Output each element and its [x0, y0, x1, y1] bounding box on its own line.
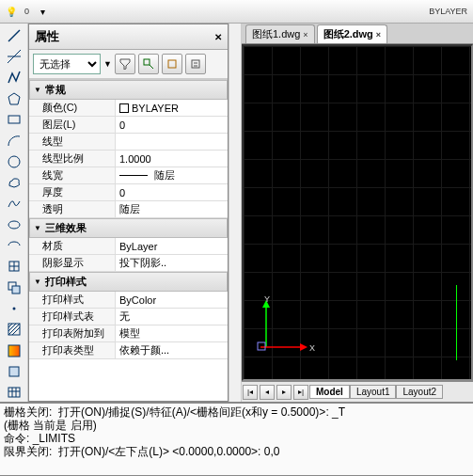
collapse-icon: ▼: [34, 86, 41, 94]
prop-lweight-label: 线宽: [29, 167, 116, 183]
svg-line-0: [8, 30, 20, 41]
layout-tabs-bar: |◂ ◂ ▸ ▸| Model Layout1 Layout2: [242, 381, 473, 402]
prop-color-label: 颜色(C): [29, 100, 116, 116]
color-swatch-icon: [119, 103, 129, 113]
svg-rect-20: [8, 388, 20, 397]
prop-plottype-label: 打印表类型: [29, 342, 116, 358]
model-tab[interactable]: Model: [309, 385, 350, 399]
prop-transparency-value[interactable]: 随层: [116, 201, 228, 217]
select-objects-icon[interactable]: [138, 54, 159, 74]
grid-overlay: [244, 46, 471, 379]
prop-plottype-value[interactable]: 依赖于颜...: [116, 342, 228, 358]
table-tool-icon[interactable]: [4, 384, 24, 402]
prop-layer-label: 图层(L): [29, 117, 116, 133]
ellipse-arc-icon[interactable]: [4, 236, 24, 254]
prop-lweight-value[interactable]: 随层: [116, 167, 228, 183]
close-tab-icon[interactable]: ×: [303, 30, 307, 40]
panel-close-icon[interactable]: ✕: [214, 32, 222, 42]
svg-rect-24: [144, 59, 150, 65]
properties-panel: 属性 ✕ 无选择 ▼ ▼常规 颜色(C)BYLAYER 图层(L)0 线型 线型…: [28, 24, 229, 402]
point-tool-icon[interactable]: [4, 299, 24, 317]
quick-select-icon[interactable]: [115, 54, 135, 74]
prop-material-value[interactable]: ByLayer: [116, 238, 228, 254]
circle-tool-icon[interactable]: [4, 152, 24, 170]
close-tab-icon[interactable]: ×: [376, 30, 381, 40]
toggle-pickadd-icon[interactable]: [162, 54, 182, 74]
selector-dropdown-icon[interactable]: ▼: [103, 59, 112, 69]
document-tabs: 图纸1.dwg× 图纸2.dwg×: [242, 24, 473, 44]
prop-shadow-value[interactable]: 投下阴影..: [116, 255, 228, 271]
command-history[interactable]: 栅格关闭: 打开(ON)/捕捉(S)/特征(A)/<栅格间距(x和y = 0.5…: [0, 402, 473, 475]
svg-rect-26: [192, 60, 199, 68]
prop-thickness-value[interactable]: 0: [116, 184, 228, 200]
svg-point-12: [12, 307, 15, 309]
prop-transparency-label: 透明: [29, 201, 116, 217]
section-plot[interactable]: ▼打印样式: [29, 272, 228, 292]
spline-tool-icon[interactable]: [4, 195, 24, 213]
y-axis-label: Y: [264, 294, 270, 304]
svg-line-17: [12, 327, 20, 335]
tab-nav-first-icon[interactable]: |◂: [243, 385, 258, 400]
svg-line-14: [8, 324, 12, 327]
rectangle-tool-icon[interactable]: [4, 110, 24, 128]
ucs-x-axis-icon: [260, 341, 307, 353]
prop-material-label: 材质: [29, 238, 116, 254]
prop-thickness-label: 厚度: [29, 184, 116, 200]
cmd-line: (栅格 当前是 启用): [4, 419, 469, 432]
tab-nav-last-icon[interactable]: ▸|: [293, 385, 308, 400]
ellipse-tool-icon[interactable]: [4, 215, 24, 233]
prop-plotstyle-value[interactable]: ByColor: [116, 292, 228, 308]
layout1-tab[interactable]: Layout1: [350, 385, 397, 399]
prop-linetype-label: 线型: [29, 134, 116, 150]
doc-tab-1[interactable]: 图纸1.dwg×: [245, 24, 315, 43]
prop-linetype-value[interactable]: [116, 134, 228, 150]
prop-color-value[interactable]: BYLAYER: [116, 100, 228, 116]
svg-rect-4: [8, 116, 20, 123]
dropdown-icon[interactable]: ▾: [35, 4, 50, 19]
selection-filter[interactable]: 无选择: [33, 54, 101, 74]
tab-nav-next-icon[interactable]: ▸: [276, 385, 292, 400]
construction-line-icon[interactable]: [4, 47, 24, 65]
prop-ltscale-value[interactable]: 1.0000: [116, 151, 228, 167]
doc-tab-2[interactable]: 图纸2.dwg×: [317, 24, 387, 43]
arc-tool-icon[interactable]: [4, 132, 24, 150]
properties-list[interactable]: ▼常规 颜色(C)BYLAYER 图层(L)0 线型 线型比例1.0000 线宽…: [29, 79, 228, 401]
svg-point-6: [8, 221, 20, 229]
prop-ltscale-label: 线型比例: [29, 151, 116, 167]
panel-options-icon[interactable]: [185, 54, 206, 74]
prop-plotattach-value[interactable]: 模型: [116, 325, 228, 341]
cmd-line: 限界关闭: 打开(ON)/<左下点(L)> <0.0000,0.0000>: 0…: [4, 445, 469, 458]
line-tool-icon[interactable]: [4, 26, 24, 44]
layer-combo[interactable]: 0: [23, 7, 31, 16]
collapse-icon: ▼: [34, 224, 41, 232]
lineweight-preview-icon: [119, 175, 148, 176]
prop-layer-value[interactable]: 0: [116, 117, 228, 133]
svg-marker-32: [300, 343, 307, 351]
section-general[interactable]: ▼常规: [29, 80, 228, 100]
drawn-line-entity[interactable]: [456, 285, 457, 360]
cmd-line: 命令: _LIMITS: [4, 432, 469, 445]
layer-icon[interactable]: 💡: [4, 4, 19, 19]
tab-nav-prev-icon[interactable]: ◂: [260, 385, 275, 400]
polyline-tool-icon[interactable]: [4, 69, 24, 87]
panel-divider[interactable]: [229, 24, 242, 402]
cmd-line: 栅格关闭: 打开(ON)/捕捉(S)/特征(A)/<栅格间距(x和y = 0.5…: [4, 405, 469, 419]
bylayer-display: BYLAYER: [427, 7, 469, 16]
prop-plotattach-label: 打印表附加到: [29, 325, 116, 341]
region-tool-icon[interactable]: [4, 362, 24, 380]
gradient-tool-icon[interactable]: [4, 341, 24, 359]
section-3d[interactable]: ▼三维效果: [29, 218, 228, 238]
svg-rect-25: [168, 60, 176, 68]
drawing-viewport[interactable]: Y X: [242, 44, 473, 381]
make-block-icon[interactable]: [4, 278, 24, 296]
prop-shadow-label: 阴影显示: [29, 255, 116, 271]
hatch-tool-icon[interactable]: [4, 321, 24, 339]
layout2-tab[interactable]: Layout2: [396, 385, 443, 399]
ucs-y-axis-icon: [260, 300, 272, 347]
polygon-tool-icon[interactable]: [4, 89, 24, 107]
svg-rect-11: [12, 286, 20, 294]
revision-cloud-icon[interactable]: [4, 173, 24, 191]
prop-plottable-value[interactable]: 无: [116, 309, 228, 325]
insert-block-icon[interactable]: [4, 258, 24, 276]
collapse-icon: ▼: [34, 278, 41, 286]
